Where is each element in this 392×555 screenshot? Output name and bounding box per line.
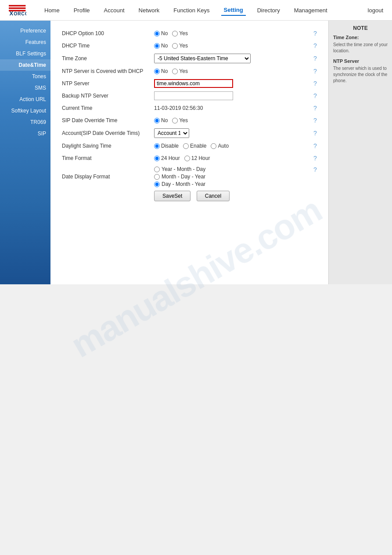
help-sip-date[interactable]: ? xyxy=(313,117,317,124)
note-ntp-text: The server which is used to synchronize … xyxy=(333,65,388,84)
sidebar-item-blf-settings[interactable]: BLF Settings xyxy=(0,48,50,59)
radio-month-day-year[interactable]: Month - Day - Year xyxy=(154,174,308,180)
radio-dhcp-time-yes[interactable]: Yes xyxy=(172,43,188,49)
row-backup-ntp: Backup NTP Server ? xyxy=(59,90,320,102)
sidebar-item-date-time[interactable]: Date&Time xyxy=(0,59,50,71)
nav-logout[interactable]: logout xyxy=(368,7,383,14)
help-account-sip[interactable]: ? xyxy=(313,130,317,137)
sidebar-item-features[interactable]: Features xyxy=(0,36,50,48)
input-ntp-server[interactable] xyxy=(154,79,233,88)
value-sip-date: No Yes xyxy=(151,114,311,127)
value-time-format: 24 Hour 12 Hour xyxy=(151,152,311,164)
sidebar-item-tr069[interactable]: TR069 xyxy=(0,116,50,128)
logo: X ORCOM xyxy=(9,4,29,17)
radio-dhcp-time-no[interactable]: No xyxy=(154,43,168,49)
radio-year-month-day[interactable]: Year - Month - Day xyxy=(154,166,308,172)
row-account-sip: Account(SIP Date Override Tims) Account … xyxy=(59,127,320,140)
label-dhcp-time: DHCP Time xyxy=(59,40,151,52)
radio-daylight-enable[interactable]: Enable xyxy=(183,143,206,149)
nav-home[interactable]: Home xyxy=(42,5,62,15)
value-ntp-server xyxy=(151,77,311,90)
sidebar-item-sip[interactable]: SIP xyxy=(0,128,50,139)
label-dhcp-option-100: DHCP Option 100 xyxy=(59,27,151,40)
note-timezone-text: Select the time zone of your location. xyxy=(333,42,388,54)
row-date-format: Date Display Format Year - Month - Day M… xyxy=(59,164,320,189)
radio-ntp-dhcp-no[interactable]: No xyxy=(154,68,168,74)
note-panel: NOTE Time Zone: Select the time zone of … xyxy=(328,21,392,284)
label-time-format: Time Format xyxy=(59,152,151,164)
label-backup-ntp: Backup NTP Server xyxy=(59,90,151,102)
nav-setting[interactable]: Setting xyxy=(221,5,246,16)
main-container: Preference Features BLF Settings Date&Ti… xyxy=(0,21,392,284)
button-area: SaveSet Cancel xyxy=(151,189,311,203)
svg-rect-0 xyxy=(9,5,25,6)
help-daylight[interactable]: ? xyxy=(313,142,317,149)
cancel-button[interactable]: Cancel xyxy=(197,191,230,201)
value-date-format: Year - Month - Day Month - Day - Year Da… xyxy=(151,164,311,189)
sidebar-item-sms[interactable]: SMS xyxy=(0,82,50,94)
label-account-sip: Account(SIP Date Override Tims) xyxy=(59,127,151,140)
row-ntp-dhcp: NTP Server is Covered with DHCP No Yes ? xyxy=(59,65,320,77)
svg-rect-1 xyxy=(9,7,25,9)
radio-dhcp-option-no[interactable]: No xyxy=(154,30,168,36)
value-account-sip: Account 1 xyxy=(151,127,311,140)
logo-svg: X ORCOM xyxy=(9,4,26,17)
help-date-format[interactable]: ? xyxy=(313,166,317,173)
radio-dhcp-option-yes[interactable]: Yes xyxy=(172,30,188,36)
nav-management[interactable]: Management xyxy=(291,5,330,15)
radio-12hour[interactable]: 12 Hour xyxy=(184,155,210,161)
help-time-zone[interactable]: ? xyxy=(313,55,317,62)
help-dhcp-time[interactable]: ? xyxy=(313,42,317,49)
label-daylight: Daylight Saving Time xyxy=(59,140,151,152)
radio-sip-date-yes[interactable]: Yes xyxy=(172,117,188,123)
value-backup-ntp xyxy=(151,90,311,102)
help-current-time[interactable]: ? xyxy=(313,105,317,112)
input-backup-ntp[interactable] xyxy=(154,91,233,100)
row-time-zone: Time Zone -5 United States-Eastern Time … xyxy=(59,52,320,65)
note-title: NOTE xyxy=(333,25,388,31)
sidebar-item-tones[interactable]: Tones xyxy=(0,71,50,82)
save-button[interactable]: SaveSet xyxy=(154,191,191,201)
radio-day-month-year[interactable]: Day - Month - Year xyxy=(154,181,308,187)
radio-24hour[interactable]: 24 Hour xyxy=(154,155,180,161)
help-dhcp-option-100[interactable]: ? xyxy=(313,30,317,37)
label-time-zone: Time Zone xyxy=(59,52,151,65)
label-ntp-dhcp: NTP Server is Covered with DHCP xyxy=(59,65,151,77)
nav-profile[interactable]: Profile xyxy=(71,5,93,15)
value-time-zone: -5 United States-Eastern Time xyxy=(151,52,311,65)
row-daylight: Daylight Saving Time Disable Enable Auto… xyxy=(59,140,320,152)
value-dhcp-time: No Yes xyxy=(151,40,311,52)
value-daylight: Disable Enable Auto xyxy=(151,140,311,152)
sidebar-item-action-url[interactable]: Action URL xyxy=(0,94,50,105)
sidebar-item-softkey-layout[interactable]: Softkey Layout xyxy=(0,105,50,116)
nav-account[interactable]: Account xyxy=(101,5,127,15)
note-ntp-title: NTP Server xyxy=(333,58,388,64)
help-ntp-dhcp[interactable]: ? xyxy=(313,68,317,75)
label-current-time: Current Time xyxy=(59,102,151,114)
value-dhcp-option-100: No Yes xyxy=(151,27,311,40)
row-buttons: SaveSet Cancel xyxy=(59,189,320,203)
radio-daylight-disable[interactable]: Disable xyxy=(154,143,179,149)
content-area: DHCP Option 100 No Yes ? DHCP Time N xyxy=(50,21,328,284)
label-sip-date: SIP Date Override Time xyxy=(59,114,151,127)
sidebar-item-preference[interactable]: Preference xyxy=(0,25,50,36)
settings-form: DHCP Option 100 No Yes ? DHCP Time N xyxy=(59,27,320,203)
svg-text:X: X xyxy=(10,10,14,17)
nav-directory[interactable]: Directory xyxy=(255,5,283,15)
value-current-time: 11-03-2019 02:56:30 xyxy=(151,102,311,114)
help-time-format[interactable]: ? xyxy=(313,155,317,162)
help-ntp-server[interactable]: ? xyxy=(313,80,317,87)
radio-ntp-dhcp-yes[interactable]: Yes xyxy=(172,68,188,74)
row-dhcp-time: DHCP Time No Yes ? xyxy=(59,40,320,52)
help-backup-ntp[interactable]: ? xyxy=(313,92,317,99)
row-current-time: Current Time 11-03-2019 02:56:30 ? xyxy=(59,102,320,114)
nav-network[interactable]: Network xyxy=(136,5,162,15)
nav-function-keys[interactable]: Function Keys xyxy=(171,5,212,15)
radio-sip-date-no[interactable]: No xyxy=(154,117,168,123)
select-time-zone[interactable]: -5 United States-Eastern Time xyxy=(154,54,251,63)
select-account-sip[interactable]: Account 1 xyxy=(154,128,189,138)
sidebar: Preference Features BLF Settings Date&Ti… xyxy=(0,21,50,284)
row-dhcp-option-100: DHCP Option 100 No Yes ? xyxy=(59,27,320,40)
radio-daylight-auto[interactable]: Auto xyxy=(211,143,229,149)
label-ntp-server: NTP Server xyxy=(59,77,151,90)
